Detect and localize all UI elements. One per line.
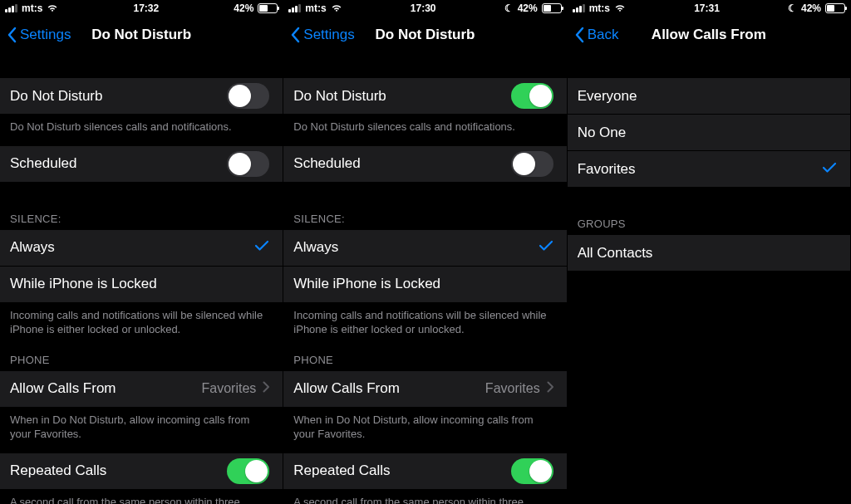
allow-calls-row[interactable]: Allow Calls From Favorites xyxy=(283,371,566,408)
allow-all-contacts-row[interactable]: All Contacts xyxy=(568,235,850,272)
silence-always-row[interactable]: Always xyxy=(0,230,283,267)
repeated-calls-footer: A second call from the same person withi… xyxy=(0,490,283,504)
back-button[interactable]: Settings xyxy=(7,27,71,43)
repeated-calls-footer: A second call from the same person withi… xyxy=(283,490,566,504)
statusbar: mt:s 17:30 ☾ 42% xyxy=(283,0,566,17)
allow-calls-row[interactable]: Allow Calls From Favorites xyxy=(0,371,283,408)
repeated-calls-label: Repeated Calls xyxy=(10,462,227,479)
dnd-footer: Do Not Disturb silences calls and notifi… xyxy=(0,115,283,146)
scheduled-label: Scheduled xyxy=(10,155,227,172)
allow-favorites-row[interactable]: Favorites xyxy=(568,151,850,188)
pane-allow-calls: mt:s 17:31 ☾ 42% Back Allow Calls From E… xyxy=(568,0,851,504)
pane-dnd-off: mt:s 17:32 42% Settings Do Not Disturb D… xyxy=(0,0,283,504)
allow-noone-row[interactable]: No One xyxy=(568,115,850,151)
allow-calls-value: Favorites xyxy=(485,381,540,396)
carrier: mt:s xyxy=(589,2,610,14)
dnd-label: Do Not Disturb xyxy=(10,88,227,105)
groups-header: GROUPS xyxy=(568,213,850,235)
chevron-left-icon xyxy=(290,27,300,43)
allow-noone-label: No One xyxy=(578,125,837,141)
allow-calls-label: Allow Calls From xyxy=(293,380,485,397)
allow-favorites-label: Favorites xyxy=(578,161,822,178)
scheduled-toggle[interactable] xyxy=(227,151,269,177)
check-icon xyxy=(254,239,269,256)
clock: 17:31 xyxy=(694,2,720,14)
scheduled-toggle[interactable] xyxy=(511,151,553,177)
dnd-toggle-row[interactable]: Do Not Disturb xyxy=(283,78,566,115)
navbar: Settings Do Not Disturb xyxy=(0,17,283,53)
moon-icon: ☾ xyxy=(788,2,797,14)
silence-always-label: Always xyxy=(293,239,538,256)
carrier: mt:s xyxy=(305,2,326,14)
allow-everyone-row[interactable]: Everyone xyxy=(568,78,850,115)
silence-header: SILENCE: xyxy=(0,208,283,230)
chevron-left-icon xyxy=(7,27,17,43)
back-button[interactable]: Back xyxy=(574,27,619,43)
silence-locked-row[interactable]: While iPhone is Locked xyxy=(0,267,283,303)
check-icon xyxy=(822,161,837,178)
dnd-label: Do Not Disturb xyxy=(293,88,510,105)
silence-header: SILENCE: xyxy=(283,208,566,230)
phone-header: PHONE xyxy=(0,349,283,371)
phone-header: PHONE xyxy=(283,349,566,371)
allow-all-contacts-label: All Contacts xyxy=(578,245,837,262)
repeated-calls-label: Repeated Calls xyxy=(293,462,510,479)
wifi-icon xyxy=(47,4,58,12)
wifi-icon xyxy=(331,4,342,12)
moon-icon: ☾ xyxy=(504,2,514,14)
battery-percent: 42% xyxy=(801,2,821,14)
silence-locked-label: While iPhone is Locked xyxy=(10,276,269,292)
repeated-calls-toggle[interactable] xyxy=(511,458,553,484)
battery-icon xyxy=(825,3,845,13)
dnd-toggle[interactable] xyxy=(511,83,553,109)
scheduled-row[interactable]: Scheduled xyxy=(0,146,283,183)
silence-always-label: Always xyxy=(10,239,254,256)
allow-everyone-label: Everyone xyxy=(578,88,837,105)
clock: 17:32 xyxy=(133,2,159,14)
battery-icon xyxy=(542,3,562,13)
battery-percent: 42% xyxy=(234,2,253,14)
chevron-right-icon xyxy=(263,380,269,397)
navbar: Settings Do Not Disturb xyxy=(283,17,566,53)
allow-calls-value: Favorites xyxy=(202,381,257,396)
silence-locked-row[interactable]: While iPhone is Locked xyxy=(283,267,566,303)
repeated-calls-row[interactable]: Repeated Calls xyxy=(283,453,566,490)
back-label: Back xyxy=(588,27,619,43)
silence-footer: Incoming calls and notifications will be… xyxy=(0,303,283,349)
silence-locked-label: While iPhone is Locked xyxy=(293,276,553,292)
scheduled-row[interactable]: Scheduled xyxy=(283,146,566,183)
allow-calls-footer: When in Do Not Disturb, allow incoming c… xyxy=(283,408,566,453)
check-icon xyxy=(539,239,553,256)
dnd-toggle[interactable] xyxy=(227,83,269,109)
repeated-calls-row[interactable]: Repeated Calls xyxy=(0,453,283,490)
back-label: Settings xyxy=(20,27,71,43)
pane-dnd-on: mt:s 17:30 ☾ 42% Settings Do Not Disturb… xyxy=(283,0,567,504)
signal-icon xyxy=(288,4,301,12)
signal-icon xyxy=(5,4,17,12)
battery-percent: 42% xyxy=(518,2,538,14)
battery-icon xyxy=(258,3,278,13)
carrier: mt:s xyxy=(22,2,42,14)
back-label: Settings xyxy=(303,27,354,43)
clock: 17:30 xyxy=(411,2,436,14)
signal-icon xyxy=(573,4,585,12)
statusbar: mt:s 17:32 42% xyxy=(0,0,283,17)
silence-footer: Incoming calls and notifications will be… xyxy=(283,303,566,349)
wifi-icon xyxy=(614,4,626,12)
dnd-footer: Do Not Disturb silences calls and notifi… xyxy=(283,115,566,146)
chevron-right-icon xyxy=(547,380,553,397)
chevron-left-icon xyxy=(574,27,584,43)
repeated-calls-toggle[interactable] xyxy=(227,458,269,484)
allow-calls-footer: When in Do Not Disturb, allow incoming c… xyxy=(0,408,283,453)
scheduled-label: Scheduled xyxy=(293,155,510,172)
navbar: Back Allow Calls From xyxy=(568,17,850,53)
statusbar: mt:s 17:31 ☾ 42% xyxy=(568,0,850,17)
dnd-toggle-row[interactable]: Do Not Disturb xyxy=(0,78,283,115)
allow-calls-label: Allow Calls From xyxy=(10,380,202,397)
silence-always-row[interactable]: Always xyxy=(283,230,566,267)
back-button[interactable]: Settings xyxy=(290,27,354,43)
